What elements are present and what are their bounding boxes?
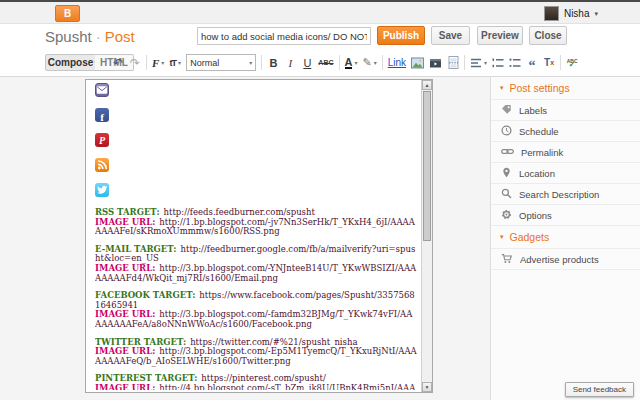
redo-button[interactable]: ↷	[129, 54, 141, 71]
image-url-label: IMAGE URL:	[95, 217, 155, 227]
target-line: FACEBOOK TARGET:https://www.facebook.com…	[95, 290, 415, 310]
image-url-label: IMAGE URL:	[95, 383, 155, 390]
image-line: IMAGE URL:http://3.bp.blogspot.com/-YNJn…	[95, 263, 416, 283]
pin-icon	[501, 167, 512, 178]
blogger-logo[interactable]: B	[55, 5, 80, 22]
image-url-label: IMAGE URL:	[95, 309, 155, 319]
font-family-button[interactable]: F▾	[152, 54, 164, 71]
chevron-down-icon: ▾	[354, 59, 357, 66]
user-menu[interactable]: Nisha ▾	[544, 6, 598, 21]
italic-button[interactable]: I	[284, 54, 296, 71]
image-line: IMAGE URL:http://1.bp.blogspot.com/-jv7N…	[95, 217, 415, 237]
sidebar-item-label: Location	[519, 168, 555, 179]
scroll-up-arrow[interactable]: ▲	[422, 80, 432, 90]
page-type: Post	[105, 28, 135, 45]
tab-compose[interactable]: Compose	[45, 54, 96, 71]
url-block: PINTEREST TARGET:https://pinterest.com/s…	[95, 374, 418, 390]
target-label: E-MAIL TARGET:	[95, 244, 177, 254]
post-settings-sidebar: ▾ Post settings Labels Schedule	[490, 77, 640, 400]
target-label: FACEBOOK TARGET:	[95, 290, 195, 300]
sidebar-item-label: Options	[519, 210, 552, 221]
preview-button[interactable]: Preview	[477, 26, 523, 45]
undo-button[interactable]: ↶	[112, 54, 124, 71]
sidebar-item[interactable]: Options	[491, 205, 640, 226]
sidebar-item[interactable]: Search Description	[491, 184, 640, 205]
url-block: FACEBOOK TARGET:https://www.facebook.com…	[95, 291, 418, 329]
insert-image-button[interactable]	[411, 54, 424, 71]
sidebar-item-label: Permalink	[521, 147, 563, 158]
image-url-label: IMAGE URL:	[95, 263, 155, 273]
target-line: RSS TARGET:http://feeds.feedburner.com/s…	[95, 207, 315, 217]
search-icon	[501, 188, 512, 199]
align-icon	[470, 58, 482, 68]
url-block: E-MAIL TARGET:http://feedburner.google.c…	[95, 245, 418, 283]
remove-formatting-button[interactable]: Tx	[543, 54, 555, 71]
url-block: RSS TARGET:http://feeds.feedburner.com/s…	[95, 208, 418, 237]
target-label: RSS TARGET:	[95, 207, 160, 217]
paragraph-style-select[interactable]: Normal▾	[186, 54, 256, 71]
divider	[560, 55, 561, 70]
cart-icon	[501, 253, 513, 264]
close-button[interactable]: Close	[529, 26, 567, 45]
bold-button[interactable]: B	[267, 54, 279, 71]
sidebar-item-label: Labels	[519, 105, 547, 116]
triangle-down-icon: ▾	[500, 233, 504, 241]
sidebar-item[interactable]: Permalink	[491, 142, 640, 163]
editor-scrollbar[interactable]: ▲ ▼	[421, 80, 432, 392]
pinterest-icon: P	[95, 133, 109, 147]
post-body-editor[interactable]: f P RSS TARGET:http://feeds.feedburner.c…	[85, 79, 433, 393]
insert-video-button[interactable]	[429, 54, 442, 71]
post-body-text: RSS TARGET:http://feeds.feedburner.com/s…	[95, 208, 418, 390]
gear-icon	[501, 209, 512, 220]
image-line: IMAGE URL:http://3.bp.blogspot.com/-famd…	[95, 309, 412, 329]
chain-icon	[501, 146, 514, 157]
bullet-list-icon	[509, 58, 521, 68]
chevron-down-icon: ▾	[249, 59, 252, 66]
text-color-button[interactable]: A▾	[345, 54, 358, 71]
spellcheck-button[interactable]: ABC✓	[566, 54, 578, 71]
page-break-button[interactable]	[447, 54, 459, 71]
target-line: TWITTER TARGET:https://twitter.com/#%21/…	[95, 337, 358, 347]
post-settings-items: Labels Schedule Permalink Locati	[491, 100, 640, 226]
post-title-input[interactable]	[197, 27, 371, 45]
video-icon	[429, 57, 442, 69]
sidebar-item[interactable]: Schedule	[491, 121, 640, 142]
send-feedback-button[interactable]: Send feedback	[565, 382, 634, 397]
scrollbar-thumb[interactable]	[423, 91, 431, 241]
divider	[382, 55, 383, 70]
numbered-list-button[interactable]	[492, 54, 504, 71]
sidebar-item[interactable]: Location	[491, 163, 640, 184]
editor-content: f P RSS TARGET:http://feeds.feedburner.c…	[95, 83, 418, 390]
sidebar-item[interactable]: Advertise products	[491, 249, 640, 270]
strikethrough-button[interactable]: ABC	[318, 54, 333, 71]
sidebar-item-label: Schedule	[519, 126, 559, 137]
image-url-label: IMAGE URL:	[95, 346, 155, 356]
target-url: https://pinterest.com/spusht/	[201, 373, 326, 383]
clock-icon	[501, 125, 512, 136]
gadgets-items: Advertise products	[491, 249, 640, 270]
image-line: IMAGE URL:http://3.bp.blogspot.com/-Ep5M…	[95, 346, 417, 366]
url-block: TWITTER TARGET:https://twitter.com/#%21/…	[95, 338, 418, 367]
chevron-down-icon: ▾	[374, 59, 377, 66]
rss-icon	[95, 158, 109, 172]
publish-button[interactable]: Publish	[377, 26, 425, 45]
alignment-button[interactable]: ▾	[470, 54, 487, 71]
post-settings-header[interactable]: ▾ Post settings	[491, 77, 640, 100]
avatar	[544, 6, 559, 21]
chevron-down-icon: ▾	[484, 59, 487, 66]
sidebar-item-label: Advertise products	[520, 254, 599, 265]
underline-button[interactable]: U	[301, 54, 313, 71]
link-button[interactable]: Link	[388, 54, 406, 71]
sidebar-item[interactable]: Labels	[491, 100, 640, 121]
font-size-button[interactable]: tT▾	[169, 54, 181, 71]
highlight-color-button[interactable]: ✎▾	[363, 54, 377, 71]
tag-icon	[501, 104, 512, 115]
quote-button[interactable]: “	[526, 51, 538, 74]
gadgets-header[interactable]: ▾ Gadgets	[491, 226, 640, 249]
save-button[interactable]: Save	[431, 26, 470, 45]
bullet-list-button[interactable]	[509, 54, 521, 71]
breadcrumb-separator: ·	[96, 28, 101, 45]
blog-name[interactable]: Spusht	[45, 28, 92, 45]
email-icon	[95, 83, 109, 97]
scroll-down-arrow[interactable]: ▼	[422, 382, 432, 392]
